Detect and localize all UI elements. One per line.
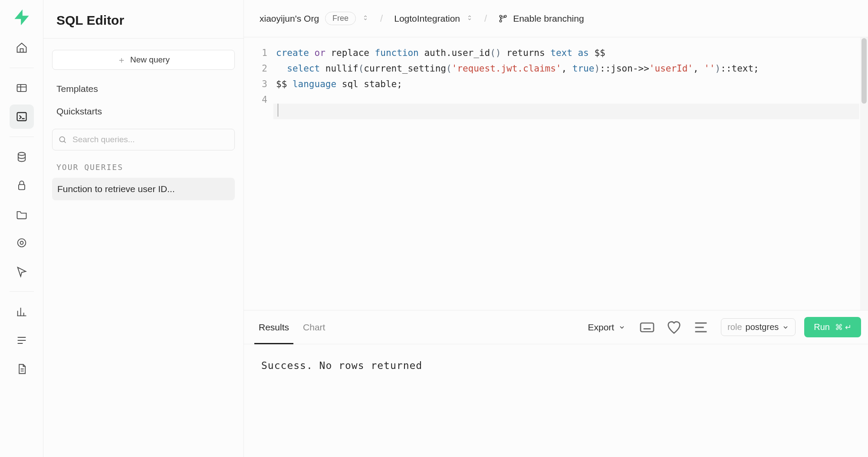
format-icon[interactable] — [692, 319, 710, 336]
page-title: SQL Editor — [43, 0, 243, 39]
nav-home[interactable] — [10, 36, 34, 60]
sidebar: SQL Editor ＋ New query Templates Quickst… — [43, 0, 244, 457]
editor-cursor — [278, 104, 278, 117]
run-shortcut: ⌘ ↵ — [835, 323, 852, 332]
nav-api-docs[interactable] — [10, 357, 34, 381]
supabase-logo-icon — [12, 8, 31, 27]
svg-rect-10 — [641, 323, 654, 332]
scrollbar-thumb[interactable] — [861, 38, 867, 104]
code-content[interactable]: create or replace function auth.user_id(… — [273, 37, 868, 310]
results-toolbar: Results Chart Export role postgres — [244, 310, 868, 344]
role-selector[interactable]: role postgres — [721, 318, 796, 336]
svg-point-2 — [18, 153, 25, 156]
run-label: Run — [814, 322, 830, 332]
svg-rect-3 — [19, 185, 25, 190]
line-gutter: 1234 — [244, 37, 273, 310]
export-button[interactable]: Export — [582, 319, 632, 336]
nav-storage[interactable] — [10, 202, 34, 226]
rail-divider — [10, 137, 34, 137]
enable-branching-label: Enable branching — [513, 13, 584, 24]
org-name: xiaoyijun's Org — [260, 13, 319, 24]
git-branch-icon — [498, 14, 508, 23]
role-prefix: role — [727, 322, 742, 332]
svg-point-4 — [17, 239, 26, 247]
chevron-updown-icon — [466, 14, 473, 23]
chevron-updown-icon — [362, 14, 369, 23]
run-button[interactable]: Run ⌘ ↵ — [804, 317, 861, 337]
svg-rect-0 — [17, 85, 26, 91]
nav-auth[interactable] — [10, 173, 34, 198]
nav-database[interactable] — [10, 145, 34, 169]
rail-divider — [10, 68, 34, 68]
results-output: Success. No rows returned — [244, 344, 868, 457]
tab-results[interactable]: Results — [252, 310, 296, 344]
org-selector[interactable]: xiaoyijun's Org Free — [260, 12, 369, 25]
enable-branching-button[interactable]: Enable branching — [498, 13, 584, 24]
breadcrumb-separator: / — [380, 13, 383, 24]
plan-badge: Free — [325, 12, 356, 25]
role-value: postgres — [746, 322, 779, 332]
breadcrumb-separator: / — [484, 13, 487, 24]
main: xiaoyijun's Org Free / LogtoIntegration … — [244, 0, 868, 457]
search-input[interactable] — [52, 129, 235, 150]
plus-icon: ＋ — [117, 55, 126, 64]
result-message: Success. No rows returned — [261, 360, 422, 371]
query-item[interactable]: Function to retrieve user ID... — [52, 178, 235, 200]
svg-point-9 — [504, 15, 506, 17]
quickstarts-link[interactable]: Quickstarts — [52, 100, 235, 123]
nav-sql-editor[interactable] — [10, 104, 34, 129]
search-icon — [58, 135, 67, 144]
project-name: LogtoIntegration — [394, 13, 460, 24]
nav-logs[interactable] — [10, 328, 34, 353]
nav-edge-functions[interactable] — [10, 231, 34, 255]
svg-point-7 — [500, 15, 502, 17]
code-editor[interactable]: 1234 create or replace function auth.use… — [244, 37, 868, 310]
chevron-down-icon — [618, 324, 625, 331]
keyboard-icon[interactable] — [638, 319, 656, 336]
svg-point-8 — [500, 20, 502, 22]
breadcrumb: xiaoyijun's Org Free / LogtoIntegration … — [244, 0, 868, 37]
tab-chart[interactable]: Chart — [296, 310, 332, 344]
chevron-down-icon — [782, 324, 789, 331]
favorite-icon[interactable] — [665, 319, 683, 336]
templates-link[interactable]: Templates — [52, 78, 235, 100]
nav-table-editor[interactable] — [10, 76, 34, 100]
nav-realtime[interactable] — [10, 259, 34, 284]
export-label: Export — [588, 322, 615, 333]
svg-point-5 — [20, 242, 23, 245]
svg-point-6 — [59, 137, 65, 142]
new-query-button[interactable]: ＋ New query — [52, 50, 235, 70]
icon-rail — [0, 0, 43, 457]
project-selector[interactable]: LogtoIntegration — [394, 13, 473, 24]
your-queries-label: YOUR QUERIES — [52, 159, 235, 178]
nav-reports[interactable] — [10, 300, 34, 324]
editor-scrollbar[interactable] — [860, 37, 868, 310]
rail-divider — [10, 291, 34, 292]
new-query-label: New query — [130, 55, 170, 65]
svg-rect-1 — [17, 113, 26, 121]
